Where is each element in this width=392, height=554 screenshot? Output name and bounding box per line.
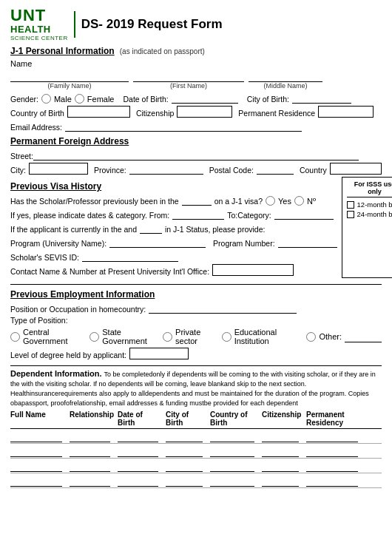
first-name-input[interactable] bbox=[133, 70, 244, 82]
dep-col-relationship: Relationship bbox=[70, 411, 110, 427]
family-name-label: (Family Name) bbox=[47, 82, 91, 89]
dep4-country[interactable] bbox=[210, 475, 254, 487]
dep2-citizenship[interactable] bbox=[262, 445, 299, 457]
radio-other[interactable] bbox=[306, 332, 316, 342]
visa-tocategory-label: To:Category: bbox=[227, 211, 271, 220]
dep-col-fullname: Full Name bbox=[10, 411, 62, 427]
visa-currently-input[interactable] bbox=[140, 222, 162, 234]
radio-educational[interactable] bbox=[222, 332, 232, 342]
visa-radio-group: Yes Nº bbox=[266, 196, 316, 206]
radio-private[interactable] bbox=[163, 332, 172, 342]
section-dependent-title: Dependent Information. bbox=[10, 369, 101, 378]
dep3-dob[interactable] bbox=[118, 460, 158, 472]
province-input[interactable] bbox=[129, 163, 203, 175]
dep4-relationship[interactable] bbox=[70, 475, 110, 487]
logo-health: HEALTH bbox=[10, 24, 68, 35]
name-label-row: Name bbox=[10, 59, 382, 68]
program-university-input[interactable] bbox=[109, 236, 206, 248]
dep1-relationship[interactable] bbox=[70, 430, 110, 442]
divider-2 bbox=[10, 365, 382, 366]
dep1-cob[interactable] bbox=[166, 430, 203, 442]
type-radio-group: Central Government State Government Priv… bbox=[10, 328, 382, 345]
province-label: Province: bbox=[94, 166, 126, 175]
visa-country-input[interactable] bbox=[182, 194, 212, 206]
dep4-fullname[interactable] bbox=[10, 475, 62, 487]
permanent-residence-input[interactable] bbox=[318, 106, 374, 118]
street-label: Street: bbox=[10, 152, 33, 161]
middle-name-label: (Middle Name) bbox=[263, 82, 307, 89]
citizenship-input[interactable] bbox=[177, 106, 232, 118]
dep2-residency[interactable] bbox=[306, 445, 358, 457]
dep2-fullname[interactable] bbox=[10, 445, 62, 457]
dep2-cob[interactable] bbox=[166, 445, 203, 457]
email-row: Email Address: bbox=[10, 120, 382, 132]
12-month-bar-label: 12-month bar bbox=[357, 200, 392, 209]
dob-input[interactable] bbox=[172, 92, 238, 104]
dep3-residency[interactable] bbox=[306, 460, 358, 472]
sevis-input[interactable] bbox=[82, 250, 178, 262]
postal-input[interactable] bbox=[257, 163, 294, 175]
position-input[interactable] bbox=[149, 302, 297, 314]
cob-input[interactable] bbox=[292, 92, 351, 104]
email-label: Email Address: bbox=[10, 123, 62, 132]
dep3-relationship[interactable] bbox=[70, 460, 110, 472]
country-citizenship-row: Country of Birth Citizenship Permanent R… bbox=[10, 106, 382, 118]
visa-from-input[interactable] bbox=[172, 208, 224, 220]
dep-col-citizenship: Citizenship bbox=[262, 411, 299, 427]
visa-to-input[interactable] bbox=[274, 208, 334, 220]
radio-yes[interactable] bbox=[266, 196, 275, 206]
middle-name-input[interactable] bbox=[249, 70, 322, 82]
family-name-input[interactable] bbox=[10, 70, 129, 82]
dep2-relationship[interactable] bbox=[70, 445, 110, 457]
dep3-cob[interactable] bbox=[166, 460, 203, 472]
dep4-residency[interactable] bbox=[306, 475, 358, 487]
radio-central[interactable] bbox=[10, 332, 20, 342]
dep1-residency[interactable] bbox=[306, 430, 358, 442]
radio-state-label: State Government bbox=[102, 328, 160, 345]
24-month-bar-checkbox[interactable] bbox=[347, 211, 354, 218]
dep3-fullname[interactable] bbox=[10, 460, 62, 472]
dep1-citizenship[interactable] bbox=[262, 430, 299, 442]
street-input[interactable] bbox=[33, 149, 359, 161]
sevis-label: Scholar's SEVIS ID: bbox=[10, 253, 79, 262]
dep4-dob[interactable] bbox=[118, 475, 158, 487]
contact-input[interactable] bbox=[212, 264, 294, 276]
first-name-label: (First Name) bbox=[170, 82, 207, 89]
program-row: Program (University Name): Program Numbe… bbox=[10, 236, 337, 248]
other-input[interactable] bbox=[345, 331, 382, 342]
country-input[interactable] bbox=[330, 163, 382, 175]
middle-name-col: (Middle Name) bbox=[249, 70, 322, 89]
radio-male[interactable] bbox=[41, 94, 51, 104]
dep1-dob[interactable] bbox=[118, 430, 158, 442]
radio-central-label: Central Government bbox=[23, 328, 87, 345]
country-label: Country bbox=[300, 166, 327, 175]
cob-label: City of Birth: bbox=[247, 95, 289, 104]
name-row: (Family Name) (First Name) (Middle Name) bbox=[10, 70, 382, 89]
dep4-cob[interactable] bbox=[166, 475, 203, 487]
section-employment: Previous Employment Information Position… bbox=[10, 289, 382, 359]
radio-no[interactable] bbox=[294, 196, 304, 206]
radio-state[interactable] bbox=[89, 332, 99, 342]
dep3-country[interactable] bbox=[210, 460, 254, 472]
dep3-citizenship[interactable] bbox=[262, 460, 299, 472]
city-input[interactable] bbox=[29, 163, 88, 175]
position-label: Position or Occupation in homecountry: bbox=[10, 305, 146, 314]
12-month-bar-checkbox[interactable] bbox=[347, 201, 354, 209]
header: UNT HEALTH SCIENCE CENTER DS- 2019 Reque… bbox=[10, 7, 382, 41]
dep1-fullname[interactable] bbox=[10, 430, 62, 442]
degree-input[interactable] bbox=[129, 348, 189, 359]
email-input[interactable] bbox=[65, 120, 302, 132]
radio-female[interactable] bbox=[75, 94, 84, 104]
country-birth-input[interactable] bbox=[67, 106, 130, 118]
dep4-citizenship[interactable] bbox=[262, 475, 299, 487]
program-number-input[interactable] bbox=[278, 236, 337, 248]
degree-label: Level of degree held by applicant: bbox=[10, 351, 126, 359]
dep2-dob[interactable] bbox=[118, 445, 158, 457]
isss-box: For ISSS use only 12-month bar 24-month … bbox=[342, 177, 392, 278]
dep1-country[interactable] bbox=[210, 430, 254, 442]
visa-main: Previous Visa History Has the Scholar/Pr… bbox=[10, 177, 337, 278]
dep-entry-4 bbox=[10, 475, 382, 488]
type-label: Type of Position: bbox=[10, 316, 68, 325]
dep2-country[interactable] bbox=[210, 445, 254, 457]
dob-label: Date of Birth: bbox=[123, 95, 168, 104]
